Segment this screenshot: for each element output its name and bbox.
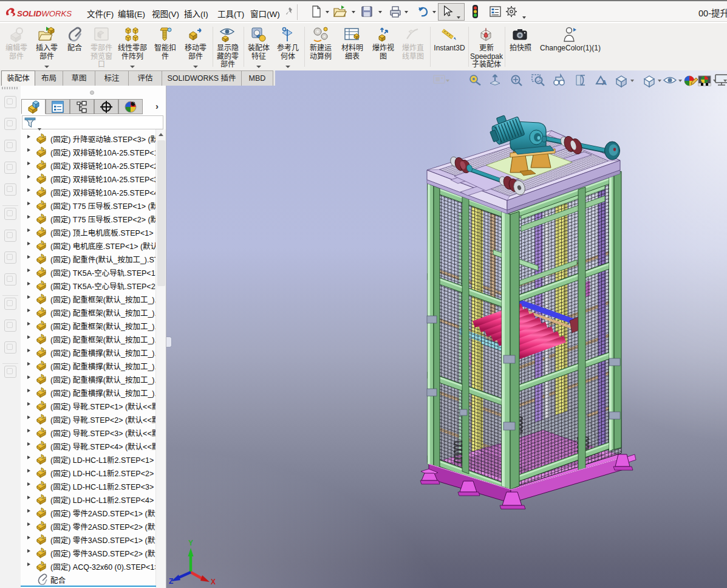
svg-text:Y: Y xyxy=(188,539,193,547)
svg-text:X: X xyxy=(211,578,216,586)
svg-text:Z: Z xyxy=(169,577,173,586)
svg-text:SOLIDWORKS: SOLIDWORKS xyxy=(17,9,72,18)
